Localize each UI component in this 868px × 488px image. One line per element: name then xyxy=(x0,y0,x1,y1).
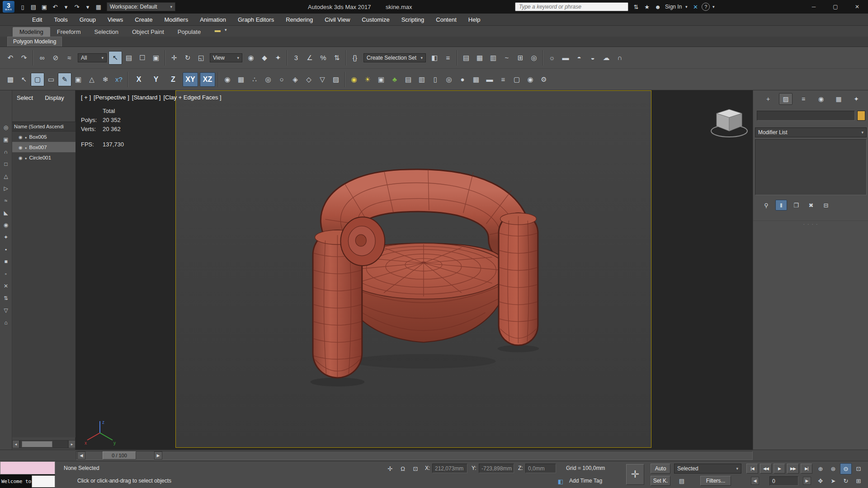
render-iterative-icon[interactable]: ◒ xyxy=(586,51,599,65)
menu-customize[interactable]: Customize xyxy=(356,14,395,26)
ribbon-tab-selection[interactable]: Selection xyxy=(88,27,125,37)
menu-content[interactable]: Content xyxy=(430,14,462,26)
grid-align-icon[interactable]: ▦ xyxy=(234,73,248,86)
time-tag-icon[interactable]: ◧ xyxy=(555,476,566,486)
utilities-tab-icon[interactable]: ✦ xyxy=(849,93,863,105)
key-filters-icon[interactable]: ▤ xyxy=(675,476,688,486)
display-groups-icon[interactable]: ◉ xyxy=(1,219,11,231)
light-bulb-icon[interactable]: ◉ xyxy=(347,73,361,86)
named-selection-set-dropdown[interactable]: Create Selection Set ▾ xyxy=(363,53,426,62)
next-frame-button[interactable]: ▶ xyxy=(154,451,162,460)
select-by-name-icon[interactable]: ▤ xyxy=(122,51,136,65)
modifier-stack[interactable] xyxy=(755,139,867,195)
display-shapes-icon[interactable]: □ xyxy=(1,158,11,170)
populate-flow-icon[interactable]: ▬ xyxy=(212,24,223,35)
visibility-eye-icon[interactable] xyxy=(19,134,23,140)
constraint-xy-button[interactable]: XY xyxy=(183,72,198,87)
explorer-lock-icon[interactable]: ◎ xyxy=(1,121,11,133)
scroll-right-button[interactable]: ▸ xyxy=(68,440,75,448)
display-lights-icon[interactable]: △ xyxy=(1,170,11,182)
polygon-modeling-panel-button[interactable]: Polygon Modeling xyxy=(7,37,62,47)
viewport-menu-shading[interactable]: [Clay + Edged Faces ] xyxy=(163,94,221,101)
toggle-scene-explorer-icon[interactable]: ▥ xyxy=(486,51,500,65)
spinner-snap-icon[interactable]: ⇅ xyxy=(330,51,344,65)
walk-through-icon[interactable]: ➤ xyxy=(827,475,839,487)
ring-select-icon[interactable]: ○ xyxy=(275,73,288,86)
rollout-grip[interactable]: · · · · xyxy=(753,221,868,226)
edit-poly-page-icon[interactable]: ▭ xyxy=(44,73,58,86)
sync-icon[interactable]: ⇅ xyxy=(631,1,642,12)
display-hidden-icon[interactable]: ✕ xyxy=(1,280,11,292)
go-to-start-icon[interactable]: |◀ xyxy=(746,464,758,474)
selection-lock-icon[interactable]: Ω xyxy=(396,464,409,474)
grid-helper-icon[interactable]: ▦ xyxy=(469,73,483,86)
constraint-xz-button[interactable]: XZ xyxy=(200,72,215,87)
maximize-button[interactable]: ▢ xyxy=(825,0,846,14)
menu-edit[interactable]: Edit xyxy=(26,14,48,26)
render-production-icon[interactable]: ◓ xyxy=(572,51,586,65)
set-key-big-button[interactable]: ✛ xyxy=(626,464,644,485)
xview-icon[interactable]: x? xyxy=(112,73,126,86)
building-icon[interactable]: ▥ xyxy=(415,73,429,86)
menu-scripting[interactable]: Scripting xyxy=(396,14,430,26)
viewcube[interactable] xyxy=(708,103,750,141)
name-column-header[interactable]: Name (Sorted Ascendi xyxy=(12,122,75,131)
display-bones-icon[interactable]: ■ xyxy=(1,255,11,267)
menu-group[interactable]: Group xyxy=(74,14,102,26)
display-frozen-icon[interactable]: ▫ xyxy=(1,267,11,280)
minimize-button[interactable]: ─ xyxy=(803,0,825,14)
menu-modifiers[interactable]: Modifiers xyxy=(158,14,194,26)
previous-frame-icon[interactable]: ◀◀ xyxy=(760,464,772,474)
daylight-icon[interactable]: ☀ xyxy=(361,73,374,86)
scene-object-box007[interactable]: Box007 xyxy=(12,142,75,152)
dot-loop-icon[interactable]: ∴ xyxy=(248,73,261,86)
undo-icon[interactable]: ↶ xyxy=(50,1,61,12)
search-input[interactable] xyxy=(515,2,628,11)
frame-back-button[interactable]: ◀ xyxy=(751,477,759,485)
maxscript-macro-recorder[interactable] xyxy=(0,461,55,474)
y-coordinate-field[interactable]: -723,898mm xyxy=(479,464,514,473)
grow-selection-icon[interactable]: ◈ xyxy=(288,73,302,86)
configure-modifier-sets-icon[interactable]: ⊟ xyxy=(820,200,832,211)
explorer-menu-select[interactable]: Select xyxy=(17,94,33,101)
maxscript-mini-listener[interactable]: Welcome to M xyxy=(0,461,55,488)
window-crossing-icon[interactable]: ▣ xyxy=(149,51,163,65)
constraint-y-button[interactable]: Y xyxy=(148,72,164,87)
previous-frame-button[interactable]: ◀ xyxy=(77,451,85,460)
toggle-layer-explorer-icon[interactable]: ▤ xyxy=(459,51,473,65)
object-color-swatch[interactable] xyxy=(857,111,865,121)
align-icon[interactable]: ≡ xyxy=(441,51,455,65)
use-pivot-point-icon[interactable]: ◉ xyxy=(244,51,258,65)
display-cameras-icon[interactable]: ▷ xyxy=(1,182,11,194)
display-geometry-icon[interactable]: ∩ xyxy=(1,145,11,158)
edit-named-selection-sets-icon[interactable]: {} xyxy=(348,51,362,65)
scroll-left-button[interactable]: ◂ xyxy=(12,440,19,448)
zoom-icon[interactable]: ⊕ xyxy=(815,463,826,474)
display-xrefs-icon[interactable]: ✦ xyxy=(1,231,11,243)
key-filter-dropdown[interactable]: Selected ▾ xyxy=(674,464,741,474)
menu-animation[interactable]: Animation xyxy=(194,14,232,26)
menu-graph-editors[interactable]: Graph Editors xyxy=(232,14,280,26)
scene-object-box005[interactable]: Box005 xyxy=(12,131,75,142)
graphite-ribbon-icon[interactable]: ▦ xyxy=(473,51,486,65)
foliage-icon[interactable]: ♣ xyxy=(388,73,401,86)
mirror-icon[interactable]: ◧ xyxy=(428,51,441,65)
selection-filter-dropdown[interactable]: All ▾ xyxy=(78,53,107,62)
open-file-icon[interactable]: ▤ xyxy=(28,1,39,12)
checker-pattern-icon[interactable]: ▨ xyxy=(329,73,343,86)
select-region-mode-icon[interactable]: ▢ xyxy=(31,73,44,86)
new-scene-icon[interactable]: ▯ xyxy=(17,1,28,12)
render-setup-icon[interactable]: ☼ xyxy=(545,51,559,65)
select-and-scale-icon[interactable]: ◱ xyxy=(194,51,208,65)
frame-forward-button[interactable]: ▶ xyxy=(803,477,811,485)
favorites-icon[interactable]: ★ xyxy=(642,1,652,12)
show-end-result-icon[interactable]: ‖ xyxy=(775,200,787,211)
sphere-icon[interactable]: ● xyxy=(456,73,469,86)
perspective-viewport[interactable]: [ + ][Perspective ][Standard ][Clay + Ed… xyxy=(75,90,753,450)
set-key-mode-button[interactable]: Set K. xyxy=(651,476,670,486)
rectangular-selection-region-icon[interactable]: ☐ xyxy=(136,51,149,65)
modifier-list-dropdown[interactable]: Modifier List ▾ xyxy=(755,127,867,137)
a360-x-icon[interactable]: ✕ xyxy=(690,1,701,12)
menu-rendering[interactable]: Rendering xyxy=(280,14,319,26)
zoom-extents-icon[interactable]: ⊙ xyxy=(840,463,852,474)
